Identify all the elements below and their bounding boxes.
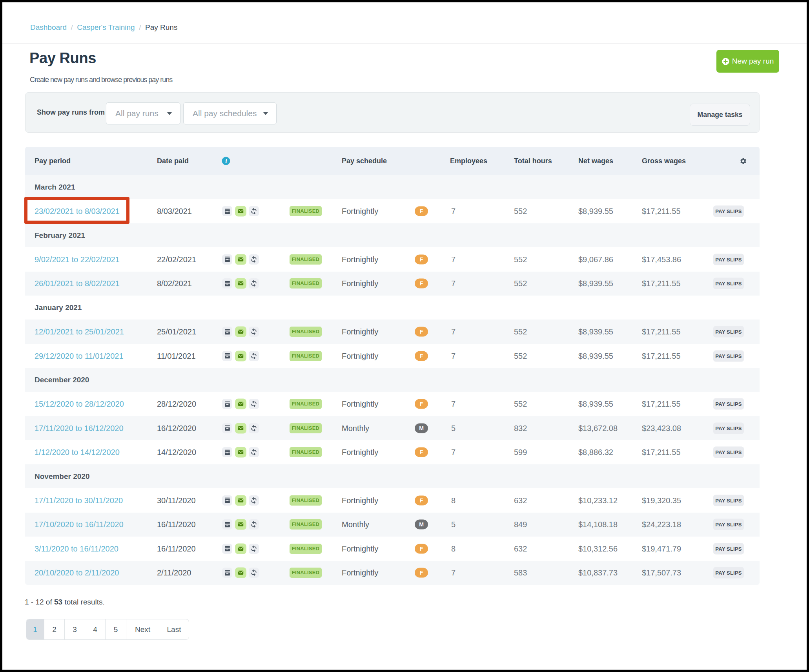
svg-text:i: i [225, 157, 227, 164]
